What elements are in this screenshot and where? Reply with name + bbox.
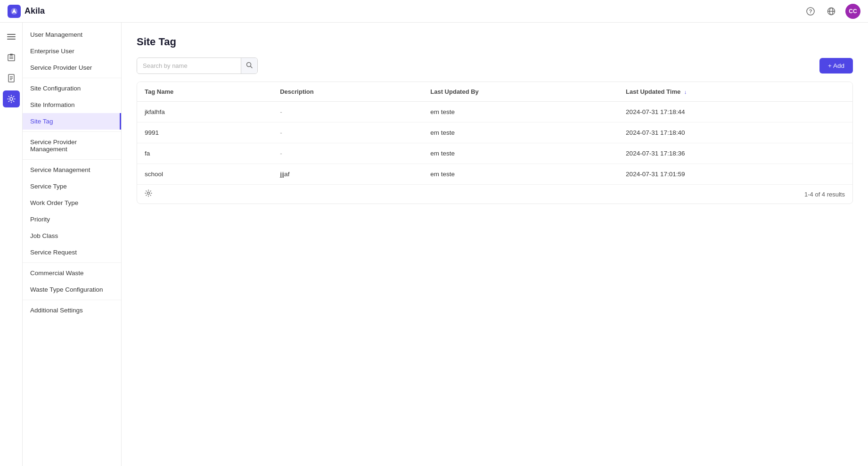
- sidebar-item-service-provider-management[interactable]: Service Provider Management: [23, 134, 121, 157]
- sidebar-item-site-tag[interactable]: Site Tag: [23, 113, 121, 130]
- svg-point-17: [10, 98, 13, 100]
- cell-last-updated-by: em teste: [423, 143, 618, 164]
- nav-divider-4: [23, 262, 121, 263]
- page-title: Site Tag: [137, 36, 853, 48]
- nav-divider-1: [23, 78, 121, 78]
- svg-rect-10: [10, 54, 13, 56]
- cell-last-updated-by: em teste: [423, 164, 618, 185]
- sort-down-icon: ↓: [684, 89, 687, 95]
- table-body: jkfalhfa-em teste2024-07-31 17:18:449991…: [137, 102, 852, 185]
- svg-rect-8: [7, 39, 16, 40]
- data-table: Tag Name Description Last Updated By Las…: [137, 82, 852, 184]
- topbar-right: ? CC: [804, 4, 860, 19]
- sidebar-item-service-management[interactable]: Service Management: [23, 162, 121, 178]
- nav-divider-5: [23, 300, 121, 300]
- svg-line-19: [251, 66, 253, 68]
- pagination-text: 1-4 of 4 results: [804, 191, 845, 198]
- help-icon[interactable]: ?: [804, 5, 817, 18]
- sidebar-icon-document[interactable]: [3, 70, 20, 87]
- app-name: Akila: [25, 6, 45, 16]
- sidebar-item-service-provider-user[interactable]: Service Provider User: [23, 59, 121, 76]
- cell-last-updated-by: em teste: [423, 102, 618, 123]
- sidebar-item-service-type[interactable]: Service Type: [23, 178, 121, 195]
- icon-sidebar: [0, 23, 23, 466]
- sidebar-item-service-request[interactable]: Service Request: [23, 244, 121, 261]
- sidebar-item-enterprise-user[interactable]: Enterprise User: [23, 43, 121, 59]
- sidebar-item-work-order-type[interactable]: Work Order Type: [23, 195, 121, 211]
- svg-rect-7: [7, 36, 16, 37]
- logo-icon: [8, 5, 21, 18]
- cell-last-updated-time: 2024-07-31 17:18:36: [618, 143, 852, 164]
- table-row: fa-em teste2024-07-31 17:18:36: [137, 143, 852, 164]
- table-footer: 1-4 of 4 results: [137, 184, 852, 204]
- svg-rect-6: [7, 34, 16, 35]
- toolbar: + Add: [137, 57, 853, 74]
- cell-description: -: [272, 143, 423, 164]
- svg-text:?: ?: [809, 8, 812, 14]
- table-row: jkfalhfa-em teste2024-07-31 17:18:44: [137, 102, 852, 123]
- sidebar-icon-settings[interactable]: [3, 90, 20, 107]
- user-avatar[interactable]: CC: [845, 4, 860, 19]
- cell-tag-name: 9991: [137, 123, 272, 143]
- add-button[interactable]: + Add: [819, 58, 853, 74]
- search-box: [137, 57, 258, 74]
- sidebar-item-job-class[interactable]: Job Class: [23, 228, 121, 244]
- app-logo: Akila: [8, 5, 45, 18]
- cell-description: -: [272, 102, 423, 123]
- nav-divider-2: [23, 131, 121, 132]
- nav-divider-3: [23, 159, 121, 160]
- table-row: 9991-em teste2024-07-31 17:18:40: [137, 123, 852, 143]
- cell-description: jjjaf: [272, 164, 423, 185]
- cell-last-updated-time: 2024-07-31 17:01:59: [618, 164, 852, 185]
- col-last-updated-time[interactable]: Last Updated Time ↓: [618, 82, 852, 102]
- nav-sidebar: User Management Enterprise User Service …: [23, 23, 122, 466]
- cell-tag-name: school: [137, 164, 272, 185]
- cell-last-updated-by: em teste: [423, 123, 618, 143]
- globe-icon[interactable]: [825, 5, 838, 18]
- svg-point-20: [147, 192, 150, 195]
- search-input[interactable]: [137, 58, 241, 73]
- topbar: Akila ? CC: [0, 0, 868, 23]
- cell-last-updated-time: 2024-07-31 17:18:44: [618, 102, 852, 123]
- sidebar-item-site-information[interactable]: Site Information: [23, 97, 121, 113]
- main-content: Site Tag + Add Tag Name Description: [122, 23, 868, 466]
- cell-last-updated-time: 2024-07-31 17:18:40: [618, 123, 852, 143]
- sidebar-item-priority[interactable]: Priority: [23, 211, 121, 228]
- sidebar-item-site-configuration[interactable]: Site Configuration: [23, 80, 121, 97]
- table-header-row: Tag Name Description Last Updated By Las…: [137, 82, 852, 102]
- cell-tag-name: fa: [137, 143, 272, 164]
- sidebar-item-additional-settings[interactable]: Additional Settings: [23, 302, 121, 319]
- col-last-updated-by[interactable]: Last Updated By: [423, 82, 618, 102]
- cell-tag-name: jkfalhfa: [137, 102, 272, 123]
- sidebar-icon-clipboard[interactable]: [3, 49, 20, 66]
- sidebar-item-waste-type-configuration[interactable]: Waste Type Configuration: [23, 281, 121, 298]
- sidebar-item-user-management[interactable]: User Management: [23, 26, 121, 43]
- search-button[interactable]: [241, 58, 257, 74]
- col-description[interactable]: Description: [272, 82, 423, 102]
- table-row: schooljjjafem teste2024-07-31 17:01:59: [137, 164, 852, 185]
- table-container: Tag Name Description Last Updated By Las…: [137, 82, 853, 204]
- sidebar-item-commercial-waste[interactable]: Commercial Waste: [23, 265, 121, 281]
- cell-description: -: [272, 123, 423, 143]
- col-tag-name[interactable]: Tag Name: [137, 82, 272, 102]
- sidebar-icon-menu[interactable]: [3, 28, 20, 45]
- table-settings-button[interactable]: [145, 189, 152, 199]
